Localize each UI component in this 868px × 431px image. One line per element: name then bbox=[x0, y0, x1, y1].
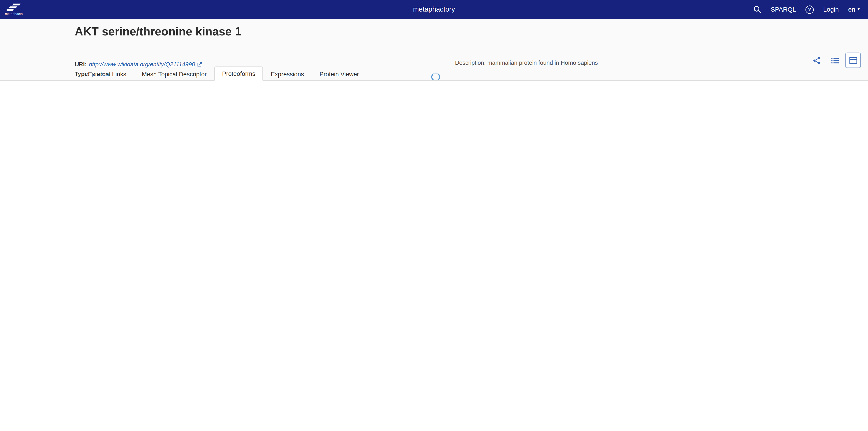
tab-proteoforms[interactable]: Proteoforms bbox=[215, 66, 263, 81]
proteoforms-panel: extra intra PTMsvariantsdisulfide bondss… bbox=[0, 81, 868, 177]
tabs: External LinksMesh Topical DescriptorPro… bbox=[0, 66, 868, 81]
language-label: en bbox=[848, 6, 855, 13]
language-dropdown[interactable]: en ▾ bbox=[848, 6, 860, 13]
brand-logo[interactable]: metaphacts bbox=[5, 3, 23, 16]
caret-down-icon: ▾ bbox=[858, 7, 860, 11]
view-mode-buttons bbox=[809, 53, 861, 68]
help-icon[interactable]: ? bbox=[806, 5, 814, 13]
panel-view-button[interactable] bbox=[845, 53, 861, 68]
tab-external-links[interactable]: External Links bbox=[80, 67, 134, 81]
login-link[interactable]: Login bbox=[823, 6, 839, 13]
top-navbar: metaphacts metaphactory SPARQL ? Login e… bbox=[0, 0, 868, 19]
graph-view-button[interactable] bbox=[809, 53, 824, 68]
external-link-icon bbox=[197, 62, 202, 67]
tab-mesh-topical-descriptor[interactable]: Mesh Topical Descriptor bbox=[134, 67, 215, 81]
question-mark-icon: ? bbox=[806, 5, 814, 13]
app-window: metaphacts metaphactory SPARQL ? Login e… bbox=[0, 0, 868, 177]
list-view-button[interactable] bbox=[827, 53, 842, 68]
brand-name: metaphacts bbox=[5, 13, 23, 16]
page-title: AKT serine/threonine kinase 1 bbox=[75, 25, 242, 38]
navbar-actions: SPARQL ? Login en ▾ bbox=[753, 5, 868, 13]
sparql-link[interactable]: SPARQL bbox=[771, 6, 796, 13]
entity-description: Description: mammalian protein found in … bbox=[455, 59, 598, 66]
tab-protein-viewer[interactable]: Protein Viewer bbox=[312, 67, 367, 81]
tab-expressions[interactable]: Expressions bbox=[263, 67, 312, 81]
search-icon[interactable] bbox=[753, 5, 761, 13]
metaphacts-logo-icon bbox=[7, 3, 21, 12]
app-title: metaphactory bbox=[0, 5, 868, 13]
